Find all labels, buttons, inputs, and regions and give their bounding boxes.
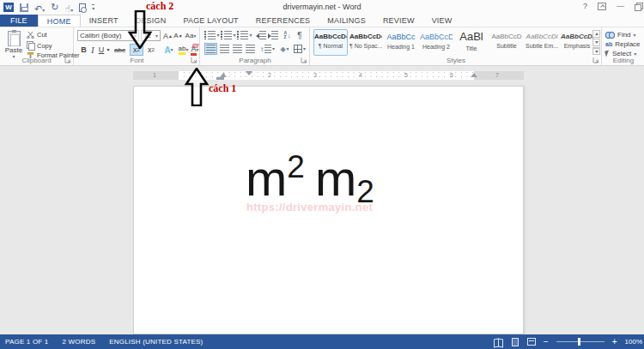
print-layout-icon[interactable] bbox=[512, 338, 519, 346]
tab-references[interactable]: REFERENCES bbox=[247, 15, 319, 27]
sort-button[interactable]: AZ ↓ bbox=[281, 30, 294, 40]
replace-button[interactable]: ab Replace bbox=[605, 40, 641, 48]
zoom-out-button[interactable]: − bbox=[544, 338, 549, 346]
minimize-button[interactable]: — bbox=[617, 2, 624, 10]
styles-scroll-down-button[interactable] bbox=[592, 39, 600, 46]
font-color-button[interactable]: A▾ bbox=[190, 44, 200, 56]
first-line-indent-marker[interactable] bbox=[246, 71, 252, 75]
paragraph-dialog-launcher[interactable] bbox=[301, 57, 307, 63]
ruler-number: 7 bbox=[495, 72, 499, 78]
tab-insert[interactable]: INSERT bbox=[81, 15, 127, 27]
decrease-indent-icon bbox=[256, 31, 266, 39]
group-styles: AaBbCcDc¶ Normal AaBbCcDc¶ No Spac... Aa… bbox=[311, 27, 602, 65]
styles-scroll-up-button[interactable] bbox=[592, 30, 600, 38]
borders-button[interactable]: ▾ bbox=[292, 43, 307, 55]
page-indicator[interactable]: PAGE 1 OF 1 bbox=[5, 338, 49, 346]
document-page[interactable]: m2m2 https://drivermayin.net bbox=[133, 86, 524, 334]
group-editing: Find ▾ ab Replace Select ▾ Editing bbox=[603, 27, 644, 65]
chevron-down-icon: ▾ bbox=[233, 33, 235, 38]
paste-button[interactable]: Paste ▾ bbox=[3, 29, 25, 60]
left-indent-marker[interactable] bbox=[216, 77, 224, 80]
italic-button[interactable]: I bbox=[88, 44, 97, 56]
text-effects-button[interactable]: A▾ bbox=[161, 44, 176, 56]
grow-font-button[interactable]: A▲ bbox=[163, 30, 173, 41]
zoom-percentage[interactable]: 100% bbox=[625, 338, 642, 346]
watermark-text: https://drivermayin.net bbox=[246, 201, 373, 214]
change-case-button[interactable]: Aa▾ bbox=[184, 30, 197, 41]
down-caret-icon: ▼ bbox=[179, 33, 183, 39]
chevron-down-icon: ▾ bbox=[171, 47, 173, 52]
zoom-slider-thumb[interactable] bbox=[578, 338, 580, 346]
styles-dialog-launcher[interactable] bbox=[592, 57, 599, 63]
language-indicator[interactable]: ENGLISH (UNITED STATES) bbox=[109, 338, 203, 346]
highlight-color-button[interactable]: ab▾ bbox=[177, 44, 190, 56]
style-heading2[interactable]: AaBbCcDHeading 2 bbox=[419, 29, 453, 56]
align-right-button[interactable] bbox=[231, 43, 244, 55]
align-left-button[interactable] bbox=[204, 43, 217, 55]
ribbon-options-icon[interactable] bbox=[598, 3, 606, 10]
style-subtle-emphasis[interactable]: AaBbCcDiSubtle Em... bbox=[525, 29, 559, 56]
tab-review[interactable]: REVIEW bbox=[374, 15, 423, 27]
numbering-button[interactable]: ▾ bbox=[221, 30, 236, 40]
font-name-value: Calibri (Body) bbox=[80, 32, 121, 39]
change-case-label: Aa bbox=[185, 32, 194, 39]
shading-button[interactable]: ◆▾ bbox=[277, 43, 292, 55]
strikethrough-button[interactable]: abc bbox=[112, 44, 128, 56]
shading-icon: ◆ bbox=[280, 45, 285, 53]
sort-icon: AZ bbox=[283, 31, 287, 39]
underline-caret[interactable]: ▾ bbox=[106, 44, 111, 56]
right-indent-marker[interactable] bbox=[471, 73, 477, 77]
ribbon-tabs: FILE HOME INSERT DESIGN PAGE LAYOUT REFE… bbox=[0, 15, 644, 27]
tab-file[interactable]: FILE bbox=[0, 15, 38, 27]
style-heading1[interactable]: AaBbCcHeading 1 bbox=[384, 29, 418, 56]
increase-indent-button[interactable] bbox=[267, 30, 279, 40]
ruler-number: 6 bbox=[450, 72, 453, 78]
align-center-button[interactable] bbox=[218, 43, 231, 55]
tab-home[interactable]: HOME bbox=[38, 15, 81, 27]
group-label-editing: Editing bbox=[603, 57, 644, 64]
word-count[interactable]: 2 WORDS bbox=[63, 338, 96, 346]
more-styles-icon bbox=[595, 51, 598, 53]
zoom-in-button[interactable]: + bbox=[612, 338, 617, 346]
line-spacing-button[interactable]: ↕▾ bbox=[259, 43, 276, 55]
ribbon: Paste ▾ Cut Copy Format Painter Clipboar… bbox=[0, 27, 644, 66]
tab-view[interactable]: VIEW bbox=[423, 15, 461, 27]
style-subtitle[interactable]: AaBbCcDSubtitle bbox=[489, 29, 524, 56]
multilevel-list-icon bbox=[237, 31, 248, 39]
show-hide-pilcrow-button[interactable]: ¶ bbox=[295, 30, 305, 40]
style-normal[interactable]: AaBbCcDc¶ Normal bbox=[313, 29, 348, 56]
bullets-button[interactable]: ▾ bbox=[204, 30, 220, 40]
up-caret-icon: ▲ bbox=[168, 33, 173, 39]
annotation-arrow-down-icon bbox=[127, 10, 153, 49]
tab-mailings[interactable]: MAILINGS bbox=[319, 15, 374, 27]
web-layout-icon[interactable] bbox=[527, 338, 536, 346]
read-mode-icon[interactable] bbox=[494, 338, 503, 346]
restore-icon[interactable] bbox=[635, 3, 642, 10]
bold-button[interactable]: B bbox=[79, 44, 88, 56]
group-label-font: Font bbox=[75, 57, 199, 64]
scissors-icon bbox=[27, 31, 34, 39]
chevron-down-icon: ▾ bbox=[197, 47, 199, 52]
style-title[interactable]: AaBlTitle bbox=[454, 29, 489, 56]
clipboard-dialog-launcher[interactable] bbox=[64, 57, 71, 63]
copy-button[interactable]: Copy bbox=[27, 41, 52, 50]
zoom-slider-track bbox=[556, 341, 605, 342]
underline-button[interactable]: U bbox=[97, 44, 106, 56]
style-emphasis[interactable]: AaBbCcDiEmphasis bbox=[560, 29, 594, 56]
font-dialog-launcher[interactable] bbox=[191, 57, 197, 63]
style-no-spacing[interactable]: AaBbCcDc¶ No Spac... bbox=[349, 29, 383, 56]
justify-icon bbox=[246, 45, 255, 53]
tab-page-layout[interactable]: PAGE LAYOUT bbox=[174, 15, 246, 27]
zoom-slider[interactable] bbox=[556, 338, 605, 346]
find-button[interactable]: Find ▾ bbox=[605, 31, 636, 39]
multilevel-list-button[interactable]: ▾ bbox=[237, 30, 252, 40]
decrease-indent-button[interactable] bbox=[255, 30, 267, 40]
cut-button[interactable]: Cut bbox=[27, 31, 47, 39]
shrink-font-button[interactable]: A▼ bbox=[173, 30, 183, 41]
justify-button[interactable] bbox=[244, 43, 257, 55]
title-bar: W ↶▾ ↻ ☝▾ ▾ drivermayin.net - Word ? — S… bbox=[0, 0, 644, 15]
chevron-down-icon: ▾ bbox=[216, 33, 219, 38]
numbering-icon bbox=[221, 31, 232, 39]
help-button[interactable]: ? bbox=[583, 2, 587, 10]
styles-more-button[interactable] bbox=[592, 47, 600, 55]
